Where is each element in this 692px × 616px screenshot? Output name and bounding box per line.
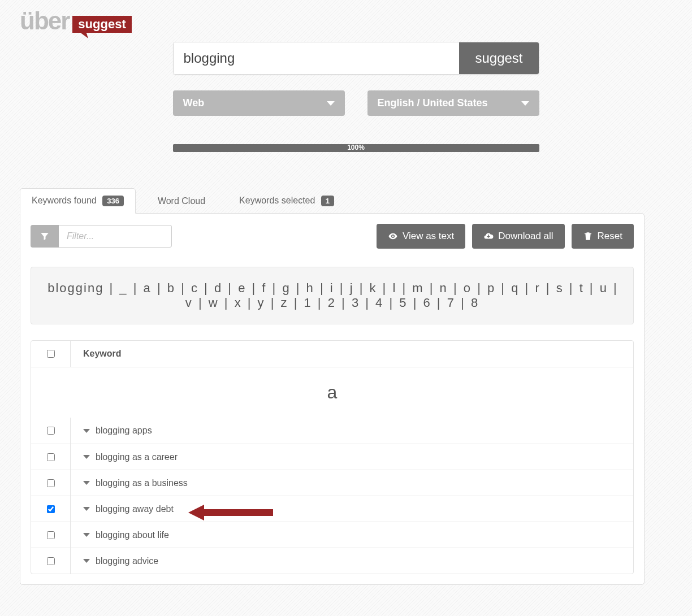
row-checkbox-cell	[31, 470, 71, 496]
row-checkbox[interactable]	[47, 505, 55, 513]
alpha-link[interactable]: w	[207, 296, 220, 310]
filter-input[interactable]	[59, 225, 172, 248]
alpha-link[interactable]: u	[599, 281, 609, 295]
caret-down-icon	[83, 429, 90, 433]
row-checkbox[interactable]	[47, 427, 55, 435]
reset-button[interactable]: Reset	[572, 224, 634, 249]
row-checkbox-cell	[31, 496, 71, 522]
alpha-link[interactable]: b	[166, 281, 176, 295]
keyword-cell[interactable]: blogging about life	[71, 523, 633, 547]
tab-keywords-selected[interactable]: Keywords selected 1	[227, 188, 346, 214]
download-all-button[interactable]: Download all	[472, 224, 564, 249]
keyword-cell[interactable]: blogging advice	[71, 549, 633, 573]
toolbar: View as text Download all Reset	[31, 224, 634, 249]
alpha-link[interactable]: k	[369, 281, 378, 295]
alpha-link[interactable]: q	[510, 281, 520, 295]
alpha-link[interactable]: h	[305, 281, 315, 295]
alpha-link[interactable]: 2	[327, 296, 337, 310]
view-as-text-button[interactable]: View as text	[377, 224, 465, 249]
search-area: suggest Web English / United States 100%	[99, 42, 613, 175]
table-row: blogging about life	[31, 522, 633, 548]
svg-marker-0	[188, 505, 273, 520]
select-all-checkbox[interactable]	[47, 350, 55, 358]
keyword-cell[interactable]: blogging as a career	[71, 445, 633, 469]
action-buttons: View as text Download all Reset	[377, 224, 634, 249]
table-row: blogging as a business	[31, 470, 633, 496]
table-row: blogging away debt	[31, 496, 633, 522]
alpha-link[interactable]: o	[462, 281, 473, 295]
logo-suggest-text: suggest	[72, 16, 131, 33]
row-checkbox-cell	[31, 418, 71, 444]
alpha-link[interactable]: v	[184, 296, 194, 310]
alpha-link[interactable]: _	[118, 281, 128, 295]
row-checkbox[interactable]	[47, 531, 55, 539]
alpha-link[interactable]: a	[142, 281, 153, 295]
filter-group	[31, 225, 172, 248]
alpha-link[interactable]: t	[578, 281, 585, 295]
alpha-link[interactable]: 6	[422, 296, 432, 310]
filter-button[interactable]	[31, 225, 59, 248]
tab-word-cloud[interactable]: Word Cloud	[146, 189, 217, 214]
keyword-cell[interactable]: blogging away debt	[71, 497, 633, 521]
alpha-link[interactable]: s	[555, 281, 565, 295]
locale-select-label: English / United States	[378, 97, 488, 109]
logo-uber-text: über	[20, 7, 69, 35]
alpha-link[interactable]: 4	[374, 296, 384, 310]
caret-down-icon	[83, 481, 90, 485]
section-letter: a	[31, 367, 633, 418]
locale-select[interactable]: English / United States	[367, 90, 539, 116]
keyword-cell[interactable]: blogging as a business	[71, 471, 633, 495]
alpha-link[interactable]: g	[281, 281, 291, 295]
keyword-text: blogging away debt	[96, 504, 174, 514]
alpha-link[interactable]: r	[534, 281, 541, 295]
search-input[interactable]	[174, 42, 460, 74]
alpha-link[interactable]: 8	[470, 296, 480, 310]
funnel-icon	[40, 231, 50, 241]
row-checkbox-cell	[31, 444, 71, 470]
results-panel: View as text Download all Reset blogging…	[20, 213, 645, 585]
alpha-link[interactable]: e	[237, 281, 247, 295]
row-checkbox[interactable]	[47, 479, 55, 487]
button-label: Download all	[498, 231, 553, 242]
search-row: suggest	[173, 42, 539, 75]
alpha-link[interactable]: l	[391, 281, 397, 295]
alpha-link[interactable]: f	[261, 281, 267, 295]
selects-row: Web English / United States	[173, 90, 539, 116]
tab-keywords-found[interactable]: Keywords found 336	[20, 188, 136, 214]
row-checkbox[interactable]	[47, 453, 55, 461]
alpha-root[interactable]: blogging	[46, 281, 105, 295]
trash-icon	[583, 231, 593, 241]
alpha-link[interactable]: 7	[446, 296, 456, 310]
alpha-link[interactable]: z	[280, 296, 289, 310]
keyword-cell[interactable]: blogging apps	[71, 419, 633, 443]
keyword-text: blogging as a business	[96, 478, 188, 488]
row-checkbox[interactable]	[47, 557, 55, 565]
caret-down-icon	[83, 455, 90, 459]
header-keyword: Keyword	[71, 342, 633, 366]
alpha-link[interactable]: 1	[302, 296, 313, 310]
progress-bar: 100%	[173, 144, 539, 152]
alpha-link[interactable]: m	[411, 281, 425, 295]
alpha-link[interactable]: i	[329, 281, 335, 295]
alpha-link[interactable]: x	[233, 296, 243, 310]
alpha-link[interactable]: 5	[398, 296, 408, 310]
alpha-link[interactable]: d	[213, 281, 223, 295]
alpha-link[interactable]: n	[439, 281, 449, 295]
tab-label: Keywords found	[32, 196, 97, 205]
alpha-link[interactable]: j	[349, 281, 355, 295]
chevron-down-icon	[521, 101, 529, 106]
eye-icon	[388, 231, 398, 241]
source-select-label: Web	[183, 97, 205, 109]
table-row: blogging as a career	[31, 444, 633, 470]
alpha-link[interactable]: 3	[351, 296, 361, 310]
caret-down-icon	[83, 559, 90, 563]
header-checkbox-cell	[31, 341, 71, 367]
suggest-button[interactable]: suggest	[459, 42, 538, 74]
source-select[interactable]: Web	[173, 90, 345, 116]
alpha-link[interactable]: p	[486, 281, 496, 295]
table-header: Keyword	[31, 341, 633, 367]
cloud-download-icon	[483, 231, 494, 241]
table-row: blogging apps	[31, 418, 633, 444]
alpha-link[interactable]: y	[257, 296, 266, 310]
alpha-link[interactable]: c	[190, 281, 200, 295]
